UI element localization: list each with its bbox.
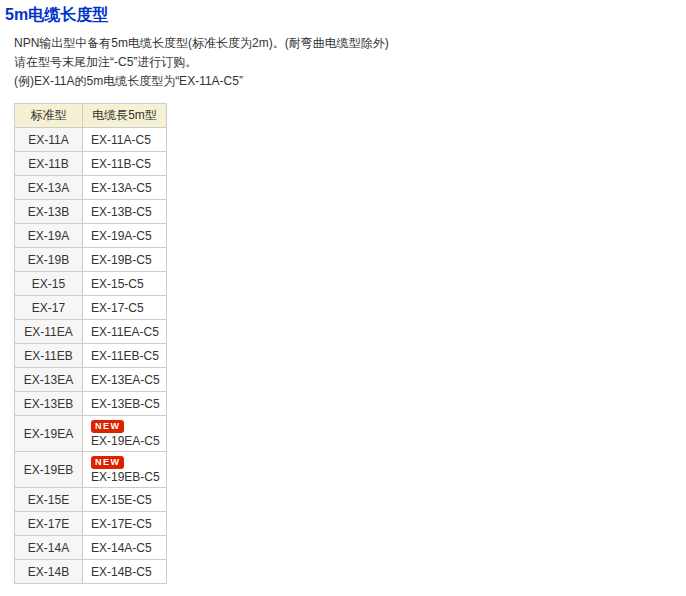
standard-model-cell: EX-19EB (15, 452, 83, 488)
standard-model-cell: EX-11A (15, 128, 83, 152)
standard-model-cell: EX-15 (15, 272, 83, 296)
new-badge: NEW (91, 456, 124, 469)
standard-model-cell: EX-13EB (15, 392, 83, 416)
standard-model-cell: EX-15E (15, 488, 83, 512)
cable5m-model-cell: EX-13B-C5 (83, 200, 167, 224)
cable5m-model-cell: EX-11EB-C5 (83, 344, 167, 368)
intro-line-1: NPN输出型中备有5m电缆长度型(标准长度为2m)。(耐弯曲电缆型除外) (14, 34, 686, 53)
cable5m-model-cell: NEWEX-19EA-C5 (83, 416, 167, 452)
table-row: EX-19EANEWEX-19EA-C5 (15, 416, 167, 452)
cable5m-model-cell: EX-14A-C5 (83, 536, 167, 560)
standard-model-cell: EX-17E (15, 512, 83, 536)
table-header-row: 标准型 电缆長5m型 (15, 104, 167, 128)
cable5m-model-cell: EX-13A-C5 (83, 176, 167, 200)
cable5m-model-cell: EX-15-C5 (83, 272, 167, 296)
page-title: 5m电缆长度型 (5, 6, 686, 24)
standard-model-cell: EX-11EB (15, 344, 83, 368)
cable5m-model-cell: EX-13EB-C5 (83, 392, 167, 416)
table-row: EX-19AEX-19A-C5 (15, 224, 167, 248)
cable5m-model-cell: EX-17E-C5 (83, 512, 167, 536)
standard-model-cell: EX-14B (15, 560, 83, 584)
table-row: EX-13EAEX-13EA-C5 (15, 368, 167, 392)
table-row: EX-13BEX-13B-C5 (15, 200, 167, 224)
table-row: EX-19BEX-19B-C5 (15, 248, 167, 272)
cable5m-model-cell: EX-19B-C5 (83, 248, 167, 272)
cable5m-model-cell: EX-14B-C5 (83, 560, 167, 584)
table-row: EX-13AEX-13A-C5 (15, 176, 167, 200)
table-row: EX-17EX-17-C5 (15, 296, 167, 320)
table-row: EX-11EAEX-11EA-C5 (15, 320, 167, 344)
standard-model-cell: EX-19B (15, 248, 83, 272)
table-row: EX-11EBEX-11EB-C5 (15, 344, 167, 368)
standard-model-cell: EX-11B (15, 152, 83, 176)
table-row: EX-15EEX-15E-C5 (15, 488, 167, 512)
intro-line-2: 请在型号末尾加注“-C5”进行订购。 (14, 53, 686, 72)
cable5m-model-cell: EX-11EA-C5 (83, 320, 167, 344)
standard-model-cell: EX-13B (15, 200, 83, 224)
standard-model-cell: EX-11EA (15, 320, 83, 344)
standard-model-cell: EX-19EA (15, 416, 83, 452)
column-header-standard: 标准型 (15, 104, 83, 128)
cable5m-model-label: EX-19EA-C5 (91, 434, 160, 449)
cable5m-model-cell: EX-17-C5 (83, 296, 167, 320)
standard-model-cell: EX-17 (15, 296, 83, 320)
table-row: EX-11AEX-11A-C5 (15, 128, 167, 152)
cable5m-model-cell: EX-15E-C5 (83, 488, 167, 512)
standard-model-cell: EX-13A (15, 176, 83, 200)
table-row: EX-19EBNEWEX-19EB-C5 (15, 452, 167, 488)
table-body: EX-11AEX-11A-C5EX-11BEX-11B-C5EX-13AEX-1… (15, 128, 167, 584)
cable5m-model-cell: EX-13EA-C5 (83, 368, 167, 392)
standard-model-cell: EX-14A (15, 536, 83, 560)
intro-line-3: (例)EX-11A的5m电缆长度型为“EX-11A-C5” (14, 72, 686, 91)
cable5m-model-cell: EX-11A-C5 (83, 128, 167, 152)
standard-model-cell: EX-19A (15, 224, 83, 248)
cable5m-model-label: EX-19EB-C5 (91, 470, 160, 485)
page: 5m电缆长度型 NPN输出型中备有5m电缆长度型(标准长度为2m)。(耐弯曲电缆… (0, 0, 686, 596)
intro-text: NPN输出型中备有5m电缆长度型(标准长度为2m)。(耐弯曲电缆型除外) 请在型… (14, 34, 686, 91)
cable5m-model-cell: EX-11B-C5 (83, 152, 167, 176)
table-row: EX-14AEX-14A-C5 (15, 536, 167, 560)
table-row: EX-13EBEX-13EB-C5 (15, 392, 167, 416)
standard-model-cell: EX-13EA (15, 368, 83, 392)
column-header-cable5m: 电缆長5m型 (83, 104, 167, 128)
table-row: EX-17EEX-17E-C5 (15, 512, 167, 536)
cable5m-model-cell: EX-19A-C5 (83, 224, 167, 248)
new-badge: NEW (91, 420, 124, 433)
table-row: EX-11BEX-11B-C5 (15, 152, 167, 176)
table-row: EX-14BEX-14B-C5 (15, 560, 167, 584)
cable-length-table: 标准型 电缆長5m型 EX-11AEX-11A-C5EX-11BEX-11B-C… (14, 103, 167, 584)
table-row: EX-15EX-15-C5 (15, 272, 167, 296)
cable5m-model-cell: NEWEX-19EB-C5 (83, 452, 167, 488)
